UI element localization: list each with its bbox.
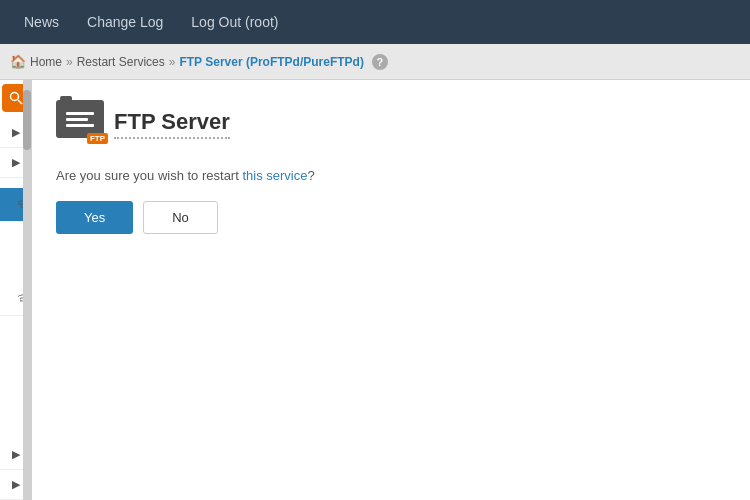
breadcrumb-sep1: » [66, 55, 73, 69]
page-title: FTP Server [114, 109, 230, 139]
breadcrumb-bar: 🏠 Home » Restart Services » FTP Server (… [0, 44, 750, 80]
sidebar: ▶ ▶ d) n) ▶ ▶ [0, 80, 32, 500]
ftp-badge: FTP [87, 133, 108, 144]
home-icon: 🏠 [10, 54, 26, 69]
yes-button[interactable]: Yes [56, 201, 133, 234]
scrollbar-track [23, 80, 31, 500]
ftp-line-2 [66, 118, 88, 121]
breadcrumb-restart[interactable]: Restart Services [77, 55, 165, 69]
svg-line-1 [18, 100, 22, 104]
breadcrumb-current: FTP Server (ProFTPd/PureFTPd) [179, 55, 363, 69]
button-group: Yes No [56, 201, 726, 234]
main-content: FTP FTP Server Are you sure you wish to … [32, 80, 750, 500]
confirm-text-after: ? [307, 168, 314, 183]
ftp-icon-bg: FTP [56, 100, 104, 138]
no-button[interactable]: No [143, 201, 218, 234]
nav-news[interactable]: News [10, 4, 73, 40]
confirm-text: Are you sure you wish to restart this se… [56, 168, 726, 183]
ftp-icon: FTP [56, 100, 104, 148]
svg-point-0 [10, 93, 18, 101]
top-nav: News Change Log Log Out (root) [0, 0, 750, 44]
help-icon[interactable]: ? [372, 54, 388, 70]
breadcrumb-sep2: » [169, 55, 176, 69]
page-header: FTP FTP Server [56, 100, 726, 148]
breadcrumb-home[interactable]: Home [30, 55, 62, 69]
ftp-line-1 [66, 112, 94, 115]
confirm-text-before: Are you sure you wish to restart [56, 168, 242, 183]
ftp-icon-lines [66, 112, 94, 127]
ftp-line-3 [66, 124, 94, 127]
nav-logout[interactable]: Log Out (root) [177, 4, 292, 40]
confirm-text-highlight: this service [242, 168, 307, 183]
layout: ▶ ▶ d) n) ▶ ▶ [0, 80, 750, 500]
nav-changelog[interactable]: Change Log [73, 4, 177, 40]
scrollbar-thumb[interactable] [23, 90, 31, 150]
